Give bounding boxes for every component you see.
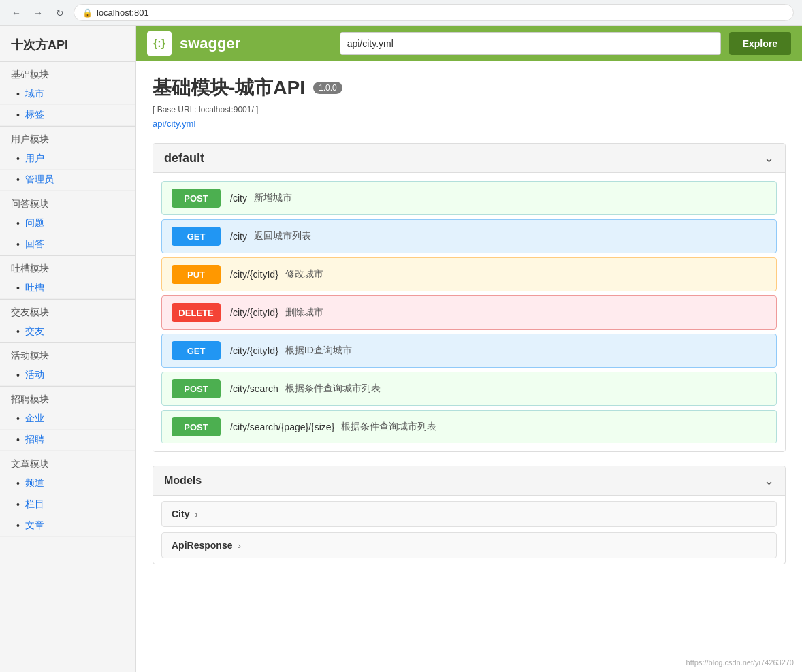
models-section: Models ⌄ City›ApiResponse›: [153, 466, 786, 564]
endpoint-desc: 根据ID查询城市: [285, 345, 352, 357]
swagger-header: {:} swagger Explore: [136, 26, 802, 61]
swagger-url-input[interactable]: [340, 32, 721, 55]
expand-arrow-icon: ›: [195, 509, 197, 519]
models-body: City›ApiResponse›: [153, 501, 785, 558]
model-name: City: [172, 509, 189, 519]
default-section: default ⌄ POST/city新增城市GET/city返回城市列表PUT…: [153, 143, 786, 452]
endpoint-row[interactable]: DELETE/city/{cityId}删除城市: [161, 295, 777, 330]
method-badge-post: POST: [172, 379, 221, 398]
sidebar-section-label: 招聘模块: [0, 387, 135, 409]
watermark: https://blog.csdn.net/yi74263270: [686, 658, 794, 667]
back-button[interactable]: ←: [8, 5, 25, 21]
swagger-name: swagger: [180, 35, 240, 52]
method-badge-delete: DELETE: [172, 303, 221, 322]
sidebar-item[interactable]: 文章: [0, 515, 135, 537]
sidebar-item[interactable]: 用户: [0, 148, 135, 170]
method-badge-get: GET: [172, 341, 221, 360]
endpoint-desc: 删除城市: [285, 306, 323, 319]
endpoints-body: POST/city新增城市GET/city返回城市列表PUT/city/{cit…: [153, 173, 785, 451]
reload-button[interactable]: ↻: [52, 5, 68, 21]
expand-arrow-icon: ›: [238, 541, 240, 551]
sidebar-section-label: 活动模块: [0, 343, 135, 365]
version-badge: 1.0.0: [313, 82, 342, 94]
sidebar-item[interactable]: 吐槽: [0, 278, 135, 299]
sidebar-item[interactable]: 频道: [0, 473, 135, 494]
method-badge-post: POST: [172, 189, 221, 208]
swagger-logo-symbol: {:}: [153, 37, 165, 50]
sidebar-item[interactable]: 企业: [0, 409, 135, 430]
model-row[interactable]: City›: [161, 501, 777, 527]
api-title-row: 基础模块-城市API 1.0.0: [153, 75, 786, 101]
sidebar-item[interactable]: 域市: [0, 84, 135, 105]
sidebar-item[interactable]: 栏目: [0, 494, 135, 515]
yml-link[interactable]: api/city.yml: [153, 118, 195, 129]
base-url: [ Base URL: localhost:9001/ ]: [153, 105, 786, 114]
api-title: 基础模块-城市API: [153, 75, 305, 101]
browser-bar: ← → ↻ 🔒 localhost:801: [0, 0, 802, 26]
endpoint-path: /city: [230, 193, 247, 204]
sidebar-item[interactable]: 问题: [0, 213, 135, 234]
address-bar[interactable]: 🔒 localhost:801: [74, 4, 794, 21]
endpoint-path: /city/{cityId}: [230, 307, 278, 318]
swagger-logo: {:}: [147, 31, 172, 56]
app-container: 十次方API 基础模块域市标签用户模块用户管理员问答模块问题回答吐槽模块吐槽交友…: [0, 26, 802, 672]
endpoint-row[interactable]: GET/city/{cityId}根据ID查询城市: [161, 334, 777, 368]
endpoint-row[interactable]: GET/city返回城市列表: [161, 219, 777, 253]
sidebar-item[interactable]: 交友: [0, 321, 135, 342]
method-badge-post: POST: [172, 417, 221, 436]
endpoint-desc: 根据条件查询城市列表: [285, 383, 381, 395]
sidebar-item[interactable]: 管理员: [0, 170, 135, 191]
model-row[interactable]: ApiResponse›: [161, 532, 777, 558]
section-title-default: default: [164, 151, 204, 165]
sidebar-item[interactable]: 活动: [0, 365, 135, 386]
endpoint-desc: 根据条件查询城市列表: [341, 421, 436, 433]
sidebar-section-label: 吐槽模块: [0, 256, 135, 278]
sidebar-item[interactable]: 招聘: [0, 430, 135, 451]
endpoint-path: /city/search/{page}/{size}: [230, 421, 334, 432]
sidebar-item[interactable]: 标签: [0, 105, 135, 126]
endpoint-desc: 新增城市: [254, 192, 292, 204]
section-header-default[interactable]: default ⌄: [153, 144, 785, 173]
sidebar-item[interactable]: 回答: [0, 234, 135, 255]
endpoint-row[interactable]: POST/city新增城市: [161, 181, 777, 215]
content-area: 基础模块-城市API 1.0.0 [ Base URL: localhost:9…: [136, 61, 802, 672]
endpoint-row[interactable]: POST/city/search根据条件查询城市列表: [161, 372, 777, 406]
sidebar-section-label: 用户模块: [0, 127, 135, 148]
endpoint-path: /city: [230, 231, 247, 242]
endpoint-desc: 返回城市列表: [254, 230, 311, 242]
sidebar-section-label: 基础模块: [0, 62, 135, 84]
model-name: ApiResponse: [172, 540, 232, 551]
endpoint-path: /city/search: [230, 383, 278, 394]
sidebar-section-label: 文章模块: [0, 451, 135, 473]
models-header[interactable]: Models ⌄: [153, 466, 785, 496]
method-badge-get: GET: [172, 227, 221, 246]
forward-button[interactable]: →: [30, 5, 46, 21]
sidebar-title: 十次方API: [0, 26, 135, 62]
url-text: localhost:801: [97, 7, 149, 18]
endpoint-desc: 修改城市: [285, 268, 323, 281]
endpoint-path: /city/{cityId}: [230, 269, 278, 280]
sidebar-section-label: 问答模块: [0, 191, 135, 213]
method-badge-put: PUT: [172, 265, 221, 284]
endpoint-row[interactable]: POST/city/search/{page}/{size}根据条件查询城市列表: [161, 410, 777, 443]
sidebar-section-label: 交友模块: [0, 300, 135, 321]
explore-button[interactable]: Explore: [729, 32, 791, 55]
models-chevron-icon: ⌄: [764, 473, 774, 488]
lock-icon: 🔒: [82, 8, 93, 18]
endpoint-path: /city/{cityId}: [230, 345, 278, 356]
models-title: Models: [164, 475, 202, 487]
endpoint-row[interactable]: PUT/city/{cityId}修改城市: [161, 257, 777, 291]
chevron-down-icon: ⌄: [764, 150, 774, 165]
sidebar: 十次方API 基础模块域市标签用户模块用户管理员问答模块问题回答吐槽模块吐槽交友…: [0, 26, 136, 672]
